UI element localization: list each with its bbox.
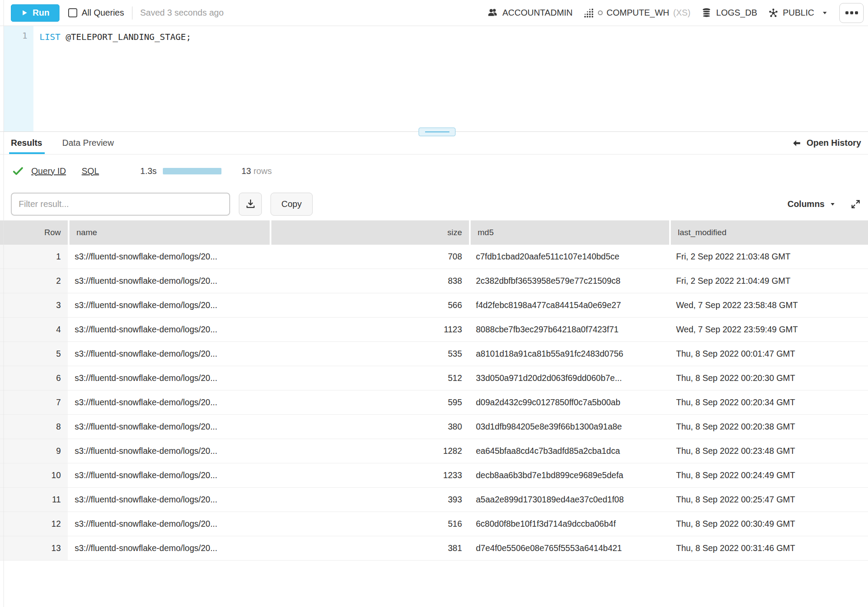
name-cell[interactable]: s3://fluentd-snowflake-demo/logs/20... xyxy=(68,245,270,269)
size-cell[interactable]: 512 xyxy=(270,366,469,390)
row-index-cell[interactable]: 9 xyxy=(0,439,68,463)
database-selector[interactable]: LOGS_DB xyxy=(701,7,757,19)
header-md5-col[interactable]: md5 xyxy=(469,220,669,245)
size-cell[interactable]: 1123 xyxy=(270,318,469,341)
header-name-col[interactable]: name xyxy=(68,220,270,245)
table-row[interactable]: 6s3://fluentd-snowflake-demo/logs/20...5… xyxy=(0,366,868,390)
copy-button[interactable]: Copy xyxy=(271,193,313,216)
name-cell[interactable]: s3://fluentd-snowflake-demo/logs/20... xyxy=(68,463,270,487)
code-area[interactable]: LIST @TELEPORT_LANDING_STAGE; xyxy=(33,26,868,131)
size-cell[interactable]: 380 xyxy=(270,415,469,439)
filter-input[interactable] xyxy=(11,193,230,216)
header-last-modified-col[interactable]: last_modified xyxy=(669,220,868,245)
row-index-cell[interactable]: 7 xyxy=(0,390,68,414)
md5-cell[interactable]: decb8aa6b3bd7e1bd899ce9689e5defa xyxy=(469,463,669,487)
open-history-button[interactable]: Open History xyxy=(792,132,861,154)
size-cell[interactable]: 393 xyxy=(270,488,469,512)
sql-editor[interactable]: 1 LIST @TELEPORT_LANDING_STAGE; xyxy=(0,26,868,131)
row-index-cell[interactable]: 3 xyxy=(0,293,68,317)
row-index-cell[interactable]: 13 xyxy=(0,536,68,560)
row-index-cell[interactable]: 2 xyxy=(0,269,68,293)
size-cell[interactable]: 516 xyxy=(270,512,469,536)
md5-cell[interactable]: 2c382dbfbf3653958e579e77c21509c8 xyxy=(469,269,669,293)
table-row[interactable]: 4s3://fluentd-snowflake-demo/logs/20...1… xyxy=(0,318,868,342)
size-cell[interactable]: 838 xyxy=(270,269,469,293)
size-cell[interactable]: 1233 xyxy=(270,463,469,487)
name-cell[interactable]: s3://fluentd-snowflake-demo/logs/20... xyxy=(68,488,270,512)
name-cell[interactable]: s3://fluentd-snowflake-demo/logs/20... xyxy=(68,318,270,341)
run-button[interactable]: Run xyxy=(11,4,59,22)
size-cell[interactable]: 381 xyxy=(270,536,469,560)
header-size-col[interactable]: size xyxy=(270,220,469,245)
name-cell[interactable]: s3://fluentd-snowflake-demo/logs/20... xyxy=(68,439,270,463)
last-modified-cell[interactable]: Thu, 8 Sep 2022 00:20:30 GMT xyxy=(669,366,868,390)
table-row[interactable]: 12s3://fluentd-snowflake-demo/logs/20...… xyxy=(0,512,868,536)
size-cell[interactable]: 708 xyxy=(270,245,469,269)
table-row[interactable]: 5s3://fluentd-snowflake-demo/logs/20...5… xyxy=(0,342,868,366)
last-modified-cell[interactable]: Thu, 8 Sep 2022 00:25:47 GMT xyxy=(669,488,868,512)
tab-results[interactable]: Results xyxy=(11,132,42,154)
row-index-cell[interactable]: 4 xyxy=(0,318,68,341)
last-modified-cell[interactable]: Fri, 2 Sep 2022 21:03:48 GMT xyxy=(669,245,868,269)
all-queries-checkbox[interactable] xyxy=(68,8,77,17)
warehouse-selector[interactable]: COMPUTE_WH (XS) xyxy=(583,7,690,18)
md5-cell[interactable]: d7e4f0e5506e08e765f5553a6414b421 xyxy=(469,536,669,560)
md5-cell[interactable]: a5aa2e899d1730189ed4ae37c0ed1f08 xyxy=(469,488,669,512)
md5-cell[interactable]: 33d050a971d20d2d063f69dd060b7e... xyxy=(469,366,669,390)
table-row[interactable]: 3s3://fluentd-snowflake-demo/logs/20...5… xyxy=(0,293,868,318)
name-cell[interactable]: s3://fluentd-snowflake-demo/logs/20... xyxy=(68,342,270,366)
md5-cell[interactable]: d09a2d432c99c0127850ff0c7a5b00ab xyxy=(469,390,669,414)
md5-cell[interactable]: 6c80d0f8be10f1f3d714a9dccba06b4f xyxy=(469,512,669,536)
name-cell[interactable]: s3://fluentd-snowflake-demo/logs/20... xyxy=(68,512,270,536)
table-row[interactable]: 13s3://fluentd-snowflake-demo/logs/20...… xyxy=(0,536,868,561)
role-selector[interactable]: ACCOUNTADMIN xyxy=(487,7,573,19)
name-cell[interactable]: s3://fluentd-snowflake-demo/logs/20... xyxy=(68,390,270,414)
md5-cell[interactable]: a8101d18a91ca81b55a91fc2483d0756 xyxy=(469,342,669,366)
row-index-cell[interactable]: 5 xyxy=(0,342,68,366)
md5-cell[interactable]: 8088cbe7fb3ec297b64218a0f7423f71 xyxy=(469,318,669,341)
md5-cell[interactable]: c7fdb1cbad20aafe511c107e140bd5ce xyxy=(469,245,669,269)
row-index-cell[interactable]: 1 xyxy=(0,245,68,269)
last-modified-cell[interactable]: Thu, 8 Sep 2022 00:31:46 GMT xyxy=(669,536,868,560)
name-cell[interactable]: s3://fluentd-snowflake-demo/logs/20... xyxy=(68,366,270,390)
md5-cell[interactable]: ea645bfaa8cd4c7b3adfd85a2cba1dca xyxy=(469,439,669,463)
schema-selector[interactable]: PUBLIC xyxy=(768,7,828,19)
table-row[interactable]: 8s3://fluentd-snowflake-demo/logs/20...3… xyxy=(0,415,868,439)
table-row[interactable]: 1s3://fluentd-snowflake-demo/logs/20...7… xyxy=(0,245,868,269)
table-row[interactable]: 11s3://fluentd-snowflake-demo/logs/20...… xyxy=(0,488,868,512)
expand-icon[interactable] xyxy=(850,199,861,210)
last-modified-cell[interactable]: Thu, 8 Sep 2022 00:20:38 GMT xyxy=(669,415,868,439)
table-row[interactable]: 7s3://fluentd-snowflake-demo/logs/20...5… xyxy=(0,390,868,415)
table-row[interactable]: 9s3://fluentd-snowflake-demo/logs/20...1… xyxy=(0,439,868,463)
row-index-cell[interactable]: 11 xyxy=(0,488,68,512)
header-row-col[interactable]: Row xyxy=(0,220,68,245)
last-modified-cell[interactable]: Thu, 8 Sep 2022 00:20:34 GMT xyxy=(669,390,868,414)
md5-cell[interactable]: 03d1dfb984205e8e39f66b1300a91a8e xyxy=(469,415,669,439)
name-cell[interactable]: s3://fluentd-snowflake-demo/logs/20... xyxy=(68,269,270,293)
name-cell[interactable]: s3://fluentd-snowflake-demo/logs/20... xyxy=(68,293,270,317)
row-index-cell[interactable]: 8 xyxy=(0,415,68,439)
row-index-cell[interactable]: 12 xyxy=(0,512,68,536)
name-cell[interactable]: s3://fluentd-snowflake-demo/logs/20... xyxy=(68,536,270,560)
columns-dropdown[interactable]: Columns xyxy=(787,199,835,209)
size-cell[interactable]: 566 xyxy=(270,293,469,317)
table-row[interactable]: 2s3://fluentd-snowflake-demo/logs/20...8… xyxy=(0,269,868,293)
query-id-link[interactable]: Query ID xyxy=(31,166,66,176)
last-modified-cell[interactable]: Thu, 8 Sep 2022 00:23:48 GMT xyxy=(669,439,868,463)
last-modified-cell[interactable]: Thu, 8 Sep 2022 00:24:49 GMT xyxy=(669,463,868,487)
row-index-cell[interactable]: 6 xyxy=(0,366,68,390)
last-modified-cell[interactable]: Thu, 8 Sep 2022 00:30:49 GMT xyxy=(669,512,868,536)
last-modified-cell[interactable]: Thu, 8 Sep 2022 00:01:47 GMT xyxy=(669,342,868,366)
last-modified-cell[interactable]: Wed, 7 Sep 2022 23:59:49 GMT xyxy=(669,318,868,341)
size-cell[interactable]: 1282 xyxy=(270,439,469,463)
row-index-cell[interactable]: 10 xyxy=(0,463,68,487)
last-modified-cell[interactable]: Wed, 7 Sep 2022 23:58:48 GMT xyxy=(669,293,868,317)
last-modified-cell[interactable]: Fri, 2 Sep 2022 21:04:49 GMT xyxy=(669,269,868,293)
table-row[interactable]: 10s3://fluentd-snowflake-demo/logs/20...… xyxy=(0,463,868,488)
download-button[interactable] xyxy=(239,193,262,216)
more-options-button[interactable] xyxy=(839,3,864,23)
md5-cell[interactable]: f4d2febc8198a477ca844154a0e69e27 xyxy=(469,293,669,317)
sql-link[interactable]: SQL xyxy=(82,166,99,176)
size-cell[interactable]: 595 xyxy=(270,390,469,414)
size-cell[interactable]: 535 xyxy=(270,342,469,366)
